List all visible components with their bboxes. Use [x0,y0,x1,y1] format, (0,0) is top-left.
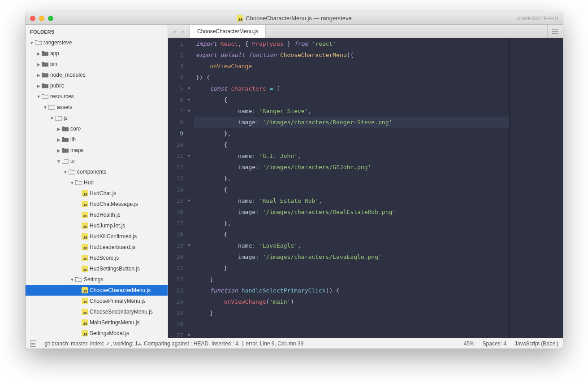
tree-folder[interactable]: ▼assets [26,102,168,113]
code-line[interactable]: export default function ChooseCharacterM… [194,49,509,61]
line-number[interactable]: 24 [168,296,183,307]
file-tree[interactable]: ▼rangersteve▶app▶bin▶node_modules▶public… [26,37,168,338]
code-line[interactable]: import React, { PropTypes } from 'react' [194,38,509,49]
code-line[interactable]: { [194,229,509,240]
tree-file[interactable]: JSHudKillConfirmed.js [26,231,168,242]
tree-file[interactable]: JSSettingsModal.js [26,328,168,338]
code-line[interactable]: { [194,139,509,150]
disclosure-right-icon[interactable]: ▶ [36,62,41,67]
titlebar[interactable]: JS ChooseCharacterMenu.js — rangersteve … [26,12,563,25]
code-line[interactable]: onViewChange('main') [194,296,509,307]
code-line[interactable]: image: '/images/characters/RealEstateRob… [194,206,509,218]
line-number[interactable]: 25 [168,307,183,319]
line-number[interactable]: 8 [168,117,183,128]
tree-folder[interactable]: ▼rangersteve [26,37,168,48]
code-line[interactable]: }, [194,173,509,184]
disclosure-right-icon[interactable]: ▶ [56,137,61,142]
status-spaces[interactable]: Spaces: 4 [483,340,506,347]
line-number[interactable]: 19 [168,240,183,251]
line-number[interactable]: 15 [168,195,183,206]
code-line[interactable]: ] [194,274,509,285]
tree-folder[interactable]: ▼Hud [26,177,168,188]
tree-folder[interactable]: ▶public [26,80,168,91]
disclosure-down-icon[interactable]: ▼ [36,94,41,99]
fold-down-icon[interactable]: ▼ [188,330,194,338]
disclosure-down-icon[interactable]: ▼ [49,116,55,121]
disclosure-right-icon[interactable]: ▶ [56,148,61,153]
tree-file[interactable]: JSHudSettingsButton.js [26,263,168,274]
fold-down-icon[interactable]: ▼ [188,240,194,251]
code-line[interactable]: }) { [194,72,509,83]
tree-folder[interactable]: ▼resources [26,91,168,102]
line-number[interactable]: 9 [168,128,183,139]
disclosure-down-icon[interactable]: ▼ [56,159,61,164]
line-number[interactable]: 1 [168,38,183,49]
tree-file[interactable]: JSHudChatMessage.js [26,199,168,209]
disclosure-right-icon[interactable]: ▶ [36,51,41,56]
tree-file[interactable]: JSHudLeaderboard.js [26,242,168,253]
line-number[interactable]: 13 [168,173,183,184]
line-number[interactable]: 7 [168,105,183,117]
tree-folder[interactable]: ▶bin [26,59,168,70]
line-number[interactable]: 12 [168,161,183,173]
tree-folder[interactable]: ▶core [26,123,168,134]
code-line[interactable]: function handleSelectPrimaryClick() { [194,285,509,296]
disclosure-down-icon[interactable]: ▼ [69,180,75,185]
line-number[interactable]: 10 [168,139,183,150]
tree-file[interactable]: JSHudJumpJet.js [26,220,168,231]
line-number[interactable]: 22 [168,274,183,285]
line-number[interactable]: 16 [168,206,183,218]
line-number[interactable]: 2 [168,49,183,61]
status-syntax[interactable]: JavaScript (Babel) [514,340,558,347]
disclosure-right-icon[interactable]: ▶ [56,127,61,131]
line-number[interactable]: 20 [168,251,183,262]
line-number[interactable]: 17 [168,218,183,229]
fold-down-icon[interactable]: ▼ [188,195,194,206]
line-number[interactable]: 21 [168,262,183,274]
tree-file[interactable]: JSChooseSecondaryMenu.js [26,306,168,317]
code-line[interactable]: name: 'Ranger Steve', [194,105,509,117]
tree-folder[interactable]: ▼ui [26,156,168,166]
minimap[interactable] [509,38,563,338]
code-line[interactable]: { [194,94,509,105]
code-line[interactable]: } [194,262,509,274]
tree-file[interactable]: JSChoosePrimaryMenu.js [26,296,168,306]
disclosure-down-icon[interactable]: ▼ [43,105,48,110]
line-number[interactable]: 27 [168,330,183,338]
nav-back-icon[interactable]: ‹ [172,28,178,35]
tree-file[interactable]: JSHudScore.js [26,253,168,263]
tree-folder[interactable]: ▶app [26,48,168,59]
code-line[interactable]: }, [194,128,509,139]
fold-down-icon[interactable]: ▼ [188,83,194,94]
tree-file[interactable]: JSHudChat.js [26,188,168,199]
line-number[interactable]: 5 [168,83,183,94]
code-line[interactable]: image: '/images/characters/LavaEagle.png… [194,251,509,262]
code-line[interactable]: image: '/images/characters/Ranger-Steve.… [194,117,509,128]
code-line[interactable]: { [194,184,509,195]
code-line[interactable]: name: 'G.I. John', [194,150,509,161]
line-number[interactable]: 3 [168,61,183,72]
status-panel-icon[interactable] [30,340,36,347]
line-number[interactable]: 23 [168,285,183,296]
code-line[interactable]: }, [194,218,509,229]
line-number[interactable]: 4 [168,72,183,83]
code-line[interactable]: name: 'Real Estate Rob', [194,195,509,206]
code-line[interactable]: } [194,307,509,319]
fold-column[interactable]: ▼▼▼ ▼ ▼ ▼ ▼ [188,38,194,338]
fold-down-icon[interactable]: ▼ [188,105,194,117]
line-number[interactable]: 6 [168,94,183,105]
code-line[interactable]: name: 'LavaEagle', [194,240,509,251]
line-number[interactable]: 11 [168,150,183,161]
disclosure-right-icon[interactable]: ▶ [36,83,41,88]
menu-icon[interactable] [547,25,563,38]
gutter[interactable]: 1234567891011121314151617181920212223242… [168,38,188,338]
tree-folder[interactable]: ▼js [26,113,168,123]
tree-folder[interactable]: ▼Settings [26,274,168,285]
close-window-icon[interactable] [30,16,35,21]
tree-file[interactable]: JSChooseCharacterMenu.js [26,285,168,296]
code-line[interactable]: image: '/images/characters/GIJohn.png' [194,161,509,173]
maximize-window-icon[interactable] [48,16,53,21]
minimize-window-icon[interactable] [39,16,44,21]
fold-down-icon[interactable]: ▼ [188,94,194,105]
tree-file[interactable]: JSMainSettingsMenu.js [26,317,168,328]
